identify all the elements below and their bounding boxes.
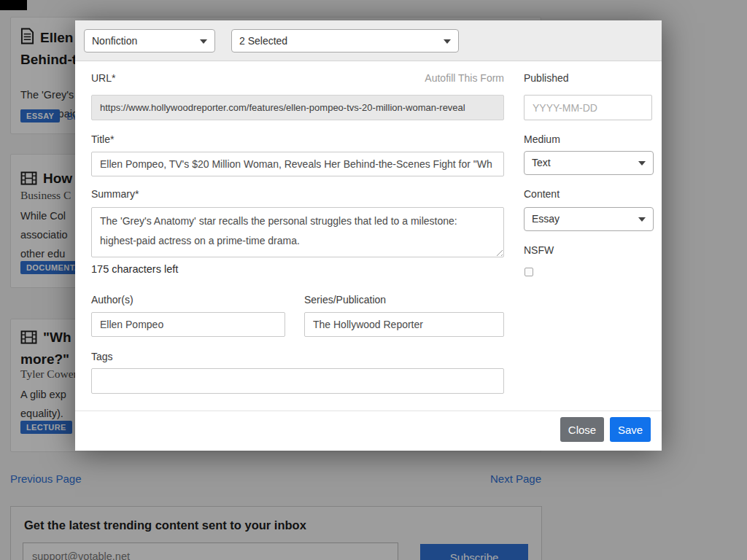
content-label: Content <box>524 188 560 200</box>
nsfw-checkbox[interactable] <box>525 268 533 276</box>
chevron-down-icon <box>200 39 207 44</box>
tags-label: Tags <box>91 351 113 362</box>
close-button[interactable]: Close <box>560 417 604 442</box>
chevron-down-icon <box>638 161 646 166</box>
summary-textarea[interactable]: The 'Grey's Anatomy' star recalls the pe… <box>91 207 504 257</box>
save-button[interactable]: Save <box>610 417 651 442</box>
chevron-down-icon <box>638 217 646 222</box>
corner-artifact <box>0 0 27 10</box>
medium-select[interactable]: Text <box>524 151 654 175</box>
url-input[interactable] <box>91 95 504 120</box>
submit-content-modal: Nonfiction 2 Selected URL* Autofill This… <box>75 20 662 451</box>
footer-divider <box>75 411 662 411</box>
content-select[interactable]: Essay <box>524 207 654 231</box>
published-label: Published <box>524 72 569 84</box>
autofill-link[interactable]: Autofill This Form <box>91 72 504 84</box>
category-select[interactable]: Nonfiction <box>84 29 215 52</box>
series-input[interactable] <box>304 312 504 337</box>
tags-input[interactable] <box>91 368 504 394</box>
title-input[interactable] <box>91 152 504 176</box>
page: Ellen Pompeo, TV's $20 Million Woman, Re… <box>0 0 747 560</box>
series-label: Series/Publication <box>304 294 386 306</box>
characters-left-counter: 175 characters left <box>91 263 178 275</box>
authors-label: Author(s) <box>91 294 133 306</box>
title-label: Title* <box>91 133 114 145</box>
modal-header: Nonfiction 2 Selected <box>75 20 662 61</box>
authors-input[interactable] <box>91 312 285 337</box>
chevron-down-icon <box>444 39 451 44</box>
topics-select[interactable]: 2 Selected <box>231 29 459 52</box>
summary-label: Summary* <box>91 188 139 200</box>
published-input[interactable] <box>524 95 652 120</box>
nsfw-label: NSFW <box>524 244 554 256</box>
medium-label: Medium <box>524 133 560 145</box>
